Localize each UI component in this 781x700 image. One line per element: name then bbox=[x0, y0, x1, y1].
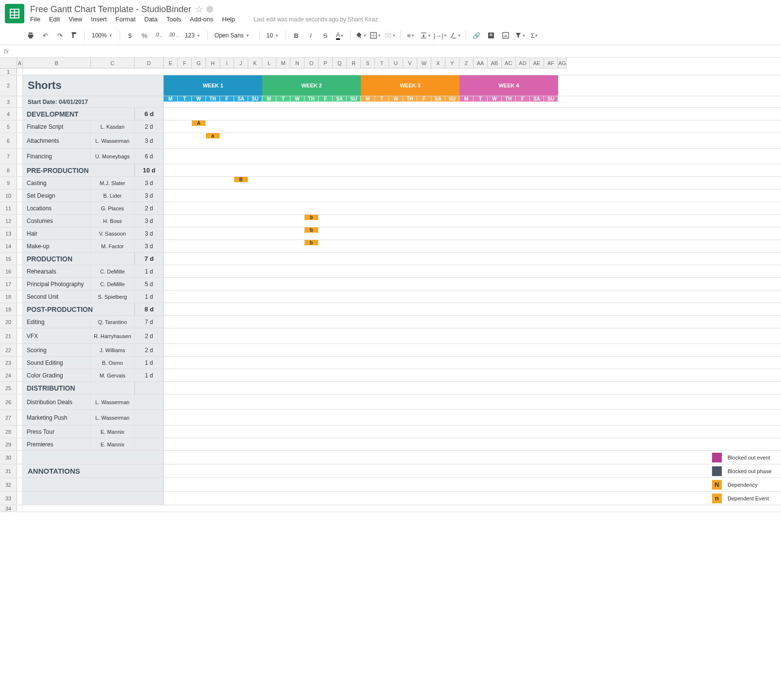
week-header[interactable]: WEEK 2 bbox=[262, 75, 361, 96]
wrap-button[interactable]: |→|▼ bbox=[434, 29, 447, 42]
task-owner[interactable]: L. Wasserman bbox=[91, 394, 135, 410]
task-duration[interactable]: 3 d bbox=[135, 177, 164, 189]
row-header[interactable]: 30 bbox=[0, 451, 17, 464]
task-name[interactable]: Distribution Deals bbox=[23, 394, 91, 410]
row-header[interactable]: 4 bbox=[0, 108, 17, 120]
col-header[interactable]: D bbox=[135, 58, 164, 68]
menu-format[interactable]: Format bbox=[116, 16, 136, 23]
number-format-select[interactable]: 123▼ bbox=[182, 29, 204, 42]
day-header[interactable]: SU bbox=[544, 96, 558, 102]
row-header[interactable]: 23 bbox=[0, 357, 17, 369]
menu-help[interactable]: Help bbox=[222, 16, 235, 23]
print-button[interactable] bbox=[24, 29, 37, 42]
col-header[interactable]: T bbox=[375, 58, 389, 68]
task-owner[interactable]: L. Wasserman bbox=[91, 133, 135, 148]
row-header[interactable]: 16 bbox=[0, 265, 17, 277]
task-duration[interactable] bbox=[135, 410, 164, 425]
task-duration[interactable]: 5 d bbox=[135, 278, 164, 290]
row-header[interactable]: 1 bbox=[0, 68, 17, 75]
select-all-corner[interactable] bbox=[0, 58, 17, 68]
row-header[interactable]: 32 bbox=[0, 478, 17, 491]
row-header[interactable]: 25 bbox=[0, 382, 17, 394]
day-header[interactable]: TH bbox=[305, 96, 319, 102]
row-header[interactable]: 6 bbox=[0, 133, 17, 148]
menu-data[interactable]: Data bbox=[144, 16, 157, 23]
row-header[interactable]: 5 bbox=[0, 120, 17, 133]
col-header[interactable]: X bbox=[431, 58, 445, 68]
task-owner[interactable]: H. Boss bbox=[91, 215, 135, 227]
day-header[interactable]: F bbox=[220, 96, 234, 102]
row-header[interactable]: 21 bbox=[0, 328, 17, 343]
task-duration[interactable]: 3 d bbox=[135, 240, 164, 252]
col-header[interactable]: AF bbox=[544, 58, 558, 68]
task-duration[interactable]: 1 d bbox=[135, 265, 164, 277]
phase-name[interactable]: POST-PRODUCTION bbox=[23, 303, 135, 315]
font-select[interactable]: Open Sans▼ bbox=[212, 29, 255, 42]
row-header[interactable]: 34 bbox=[0, 505, 17, 512]
phase-duration[interactable]: 7 d bbox=[135, 253, 164, 265]
link-button[interactable]: 🔗 bbox=[470, 29, 483, 42]
day-header[interactable]: SA bbox=[530, 96, 544, 102]
task-owner[interactable]: E. Mannix bbox=[91, 438, 135, 450]
phase-duration[interactable]: 6 d bbox=[135, 108, 164, 120]
task-owner[interactable]: R. Harryhausen bbox=[91, 328, 135, 343]
currency-button[interactable]: $ bbox=[124, 29, 136, 42]
phase-name[interactable]: DEVELOPMENT bbox=[23, 108, 135, 120]
row-header[interactable]: 17 bbox=[0, 278, 17, 290]
day-header[interactable]: SU bbox=[445, 96, 459, 102]
col-header[interactable]: F bbox=[178, 58, 192, 68]
chart-button[interactable] bbox=[499, 29, 512, 42]
task-duration[interactable]: 2 d bbox=[135, 120, 164, 133]
menu-tools[interactable]: Tools bbox=[166, 16, 181, 23]
undo-button[interactable]: ↶ bbox=[39, 29, 51, 42]
day-header[interactable]: SU bbox=[248, 96, 262, 102]
phase-duration[interactable]: 10 d bbox=[135, 164, 164, 176]
menu-add-ons[interactable]: Add-ons bbox=[190, 16, 213, 23]
task-owner[interactable]: L. Wasserman bbox=[91, 410, 135, 425]
borders-button[interactable]: ▼ bbox=[369, 29, 382, 42]
col-header[interactable]: Y bbox=[445, 58, 459, 68]
row-header[interactable]: 29 bbox=[0, 438, 17, 450]
increase-decimals-button[interactable]: .00→ bbox=[168, 29, 180, 42]
day-header[interactable]: W bbox=[389, 96, 403, 102]
decrease-decimals-button[interactable]: .0← bbox=[153, 29, 166, 42]
sheets-logo[interactable] bbox=[5, 4, 24, 23]
menu-view[interactable]: View bbox=[68, 16, 82, 23]
row-header[interactable]: 11 bbox=[0, 202, 17, 214]
menu-insert[interactable]: Insert bbox=[91, 16, 107, 23]
project-title[interactable]: Shorts bbox=[23, 75, 67, 96]
task-duration[interactable] bbox=[135, 438, 164, 450]
day-header[interactable]: W bbox=[488, 96, 502, 102]
task-duration[interactable]: 1 d bbox=[135, 369, 164, 381]
task-owner[interactable]: C. DeMille bbox=[91, 265, 135, 277]
day-header[interactable]: T bbox=[375, 96, 389, 102]
col-header[interactable]: Z bbox=[459, 58, 474, 68]
row-header[interactable]: 15 bbox=[0, 253, 17, 265]
task-name[interactable]: Color Grading bbox=[23, 369, 91, 381]
col-header[interactable]: R bbox=[347, 58, 361, 68]
gantt-cell[interactable]: b bbox=[305, 227, 319, 233]
col-header[interactable]: AC bbox=[502, 58, 516, 68]
phase-duration[interactable]: 8 d bbox=[135, 303, 164, 315]
task-name[interactable]: Scoring bbox=[23, 344, 91, 356]
col-header[interactable]: Q bbox=[333, 58, 347, 68]
task-name[interactable]: Principal Photography bbox=[23, 278, 91, 290]
task-duration[interactable]: 7 d bbox=[135, 316, 164, 328]
col-header[interactable]: N bbox=[290, 58, 305, 68]
rotate-button[interactable]: ▼ bbox=[449, 29, 462, 42]
spreadsheet[interactable]: ABCDEFGHIJKLMNOPQRSTUVWXYZAAABACADAEAFAG… bbox=[0, 58, 781, 512]
day-header[interactable]: W bbox=[192, 96, 206, 102]
week-header[interactable]: WEEK 4 bbox=[459, 75, 558, 96]
gantt-cell[interactable]: b bbox=[305, 215, 319, 220]
text-color-button[interactable]: A▼ bbox=[334, 29, 346, 42]
percent-button[interactable]: % bbox=[138, 29, 151, 42]
task-owner[interactable]: Q. Tarantino bbox=[91, 316, 135, 328]
task-duration[interactable]: 2 d bbox=[135, 344, 164, 356]
row-header[interactable]: 8 bbox=[0, 164, 17, 176]
task-duration[interactable] bbox=[135, 426, 164, 438]
task-owner[interactable]: S. Spielberg bbox=[91, 290, 135, 303]
menu-file[interactable]: File bbox=[30, 16, 40, 23]
day-header[interactable]: SA bbox=[431, 96, 445, 102]
week-header[interactable]: WEEK 3 bbox=[361, 75, 459, 96]
task-name[interactable]: Finalize Script bbox=[23, 120, 91, 133]
